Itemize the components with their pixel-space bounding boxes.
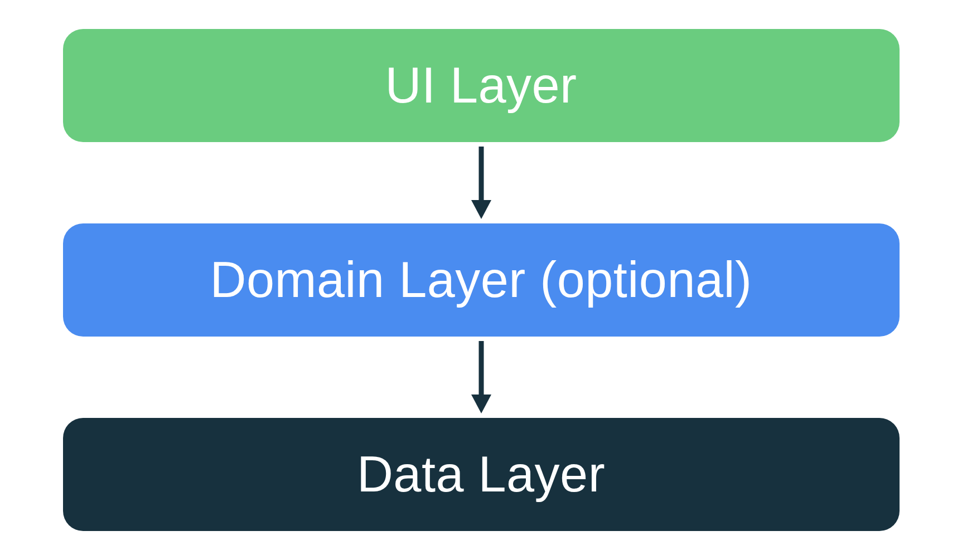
svg-marker-3 [471, 395, 491, 413]
domain-layer-label: Domain Layer (optional) [210, 251, 752, 309]
arrow-down-icon [470, 147, 493, 219]
svg-marker-1 [471, 200, 491, 219]
ui-layer-label: UI Layer [385, 57, 577, 114]
ui-layer-box: UI Layer [63, 29, 900, 142]
domain-layer-box: Domain Layer (optional) [63, 223, 900, 337]
arrow-down-icon [470, 341, 493, 413]
data-layer-label: Data Layer [357, 446, 605, 503]
architecture-diagram: UI Layer Domain Layer (optional) Data La… [63, 29, 900, 531]
data-layer-box: Data Layer [63, 418, 900, 531]
